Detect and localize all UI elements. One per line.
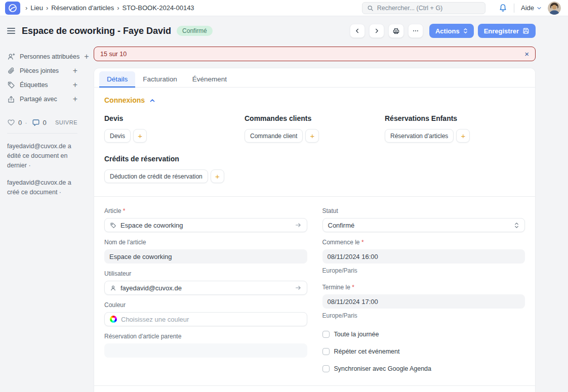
open-devis-button[interactable]: Devis [104,129,131,143]
chevron-left-icon [354,27,361,34]
search-input[interactable] [377,5,480,12]
item-name-input[interactable]: Espace de coworking [104,249,307,264]
assign-icon [7,53,15,61]
breadcrumb-separator: › [117,4,119,12]
chevron-down-icon [537,6,542,11]
connections-section-title: Connexions [104,96,145,104]
content-layout: Personnes attribuées + Pièces jointes + … [0,46,568,392]
color-wheel-icon [110,316,117,323]
add-tag-button[interactable]: + [73,81,77,89]
connections-grid: Devis Devis + Commandes clients Commande… [104,114,525,183]
tab-evenement[interactable]: Événement [185,71,234,87]
checkbox-repeat: Répéter cet événement [322,348,525,355]
field-label-user: Utilisateur [104,270,307,277]
print-button[interactable] [388,24,404,38]
sidebar-item-label: Personnes attribuées [20,53,79,60]
dot-separator: · [25,119,27,126]
search-icon [367,5,374,12]
connections-section-head: Connexions [104,96,525,104]
tab-details[interactable]: Détails [99,71,135,87]
page-title: Espace de coworking - Faye David [22,26,171,36]
heart-icon[interactable] [7,118,15,126]
sidebar-divider [7,133,77,134]
form-right-column: Statut Confirmé Commence le [322,201,525,372]
all-day-label: Toute la journée [334,331,379,338]
open-commande-client-button[interactable]: Commande client [245,129,303,143]
starts-on-input[interactable]: 08/11/2024 16:00 [322,249,525,264]
status-value: Confirmé [328,222,355,229]
follow-button[interactable]: SUIVRE [55,119,77,125]
main-column: 15 sur 10 × Détails Facturation Événemen… [94,46,536,392]
sidebar-item-label: Étiquettes [20,81,48,89]
next-document-button[interactable] [369,24,384,38]
printer-icon [392,27,400,35]
chevron-up-icon[interactable] [149,98,155,104]
sync-google-checkbox[interactable] [322,365,330,372]
starts-on-value: 08/11/2024 16:00 [328,253,378,260]
logo-swirl-icon [8,3,18,13]
repeat-event-checkbox[interactable] [322,348,330,355]
open-credit-deduction-button[interactable]: Déduction de crédit de réservation [104,169,208,183]
comments-count: 0 [43,119,47,126]
close-icon[interactable]: × [524,50,529,58]
user-link-input[interactable]: fayedavid@cuvox.de [104,281,307,295]
menu-icon[interactable] [7,26,15,36]
breadcrumb-separator: › [46,4,48,12]
breadcrumb-separator: › [25,4,27,12]
connection-group-reservations-enfants: Réservations Enfants Réservation d'artic… [385,114,525,143]
app-logo[interactable] [5,2,20,15]
add-commande-client-button[interactable]: + [305,129,319,143]
required-marker: * [352,284,354,291]
ends-timezone: Europe/Paris [322,312,525,319]
bell-icon [499,4,507,12]
breadcrumb-item-docname[interactable]: STO-BOOK-2024-00143 [122,4,194,12]
arrow-right-icon[interactable] [295,222,302,229]
user-avatar[interactable] [548,2,561,15]
parent-booking-input[interactable] [104,343,307,358]
color-picker-input[interactable]: Choisissez une couleur [104,312,307,326]
arrow-right-icon[interactable] [295,284,302,291]
ellipsis-icon [412,27,419,34]
global-search[interactable] [362,2,485,14]
sidebar-item-tags: Étiquettes + [7,78,77,92]
article-link-input[interactable]: Espace de coworking [104,218,307,232]
all-day-checkbox[interactable] [322,331,330,338]
status-select[interactable]: Confirmé [322,218,525,232]
help-label: Aide [521,4,534,12]
header-actions: Actions Enregistrer [350,24,536,38]
help-menu-button[interactable]: Aide [521,4,542,12]
save-icon [522,27,530,34]
field-label-parent-booking: Réservation d'article parente [104,333,307,340]
last-modified-text: fayedavid@cuvox.de a édité ce document e… [7,142,77,170]
add-credit-deduction-button[interactable]: + [211,169,224,183]
checkbox-sync-google: Synchroniser avec Google Agenda [322,365,525,372]
repeat-event-label: Répéter cet événement [334,348,400,355]
field-ends-on: Termine le * 08/11/2024 17:00 Europe/Par… [322,284,525,319]
share-icon [7,95,15,103]
save-button[interactable]: Enregistrer [478,24,536,38]
add-devis-button[interactable]: + [133,129,147,143]
chevron-right-icon [373,27,380,34]
breadcrumb-item-doctype[interactable]: Réservation d'articles [51,4,114,12]
field-label-starts-on: Commence le [322,239,360,246]
add-reservation-articles-button[interactable]: + [456,129,470,143]
ends-on-input[interactable]: 08/11/2024 17:00 [322,294,525,309]
open-reservation-articles-button[interactable]: Réservation d'articles [385,129,454,143]
form-card: Détails Facturation Événement Connexions… [94,68,536,392]
add-share-button[interactable]: + [73,95,77,103]
actions-button[interactable]: Actions [429,24,474,38]
breadcrumb-item-lieu[interactable]: Lieu [30,4,43,12]
comment-icon[interactable] [32,118,40,126]
more-options-button[interactable] [408,24,423,38]
prev-document-button[interactable] [350,24,365,38]
add-attachment-button[interactable]: + [73,67,77,75]
created-text: fayedavid@cuvox.de a créé ce document · [7,178,77,197]
notifications-bell-button[interactable] [499,4,507,12]
status-badge: Confirmé [177,26,213,36]
add-assignment-button[interactable]: + [84,53,89,61]
paperclip-icon [7,67,15,75]
tab-facturation[interactable]: Facturation [135,71,185,87]
navbar-divider [514,4,514,13]
sync-google-label: Synchroniser avec Google Agenda [334,365,432,372]
likes-count: 0 [18,119,22,126]
